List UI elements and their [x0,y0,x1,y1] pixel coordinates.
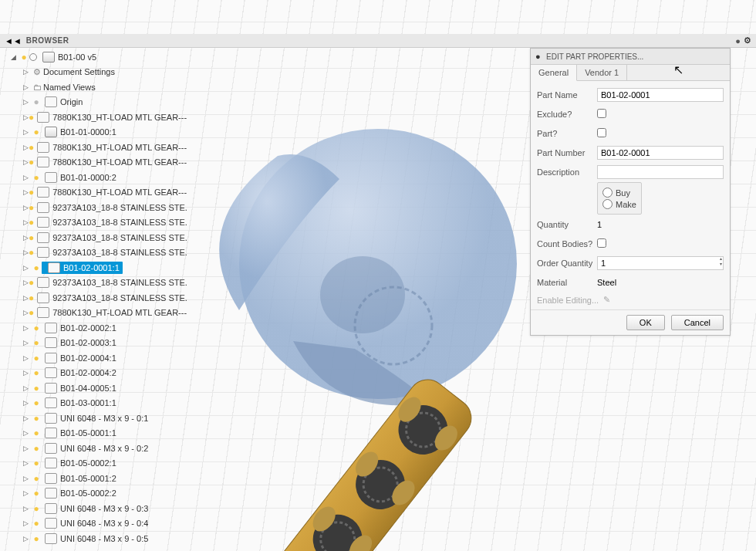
visibility-icon[interactable]: ● [31,172,42,183]
visibility-icon[interactable]: ● [29,307,34,318]
tree-row[interactable]: ▷●92373A103_18-8 STAINLESS STE... [0,215,187,231]
tree-row[interactable]: ▷●7880K130_HT-LOAD MTL GEAR---2... [0,185,187,201]
tree-row[interactable]: ▷●7880K130_HT-LOAD MTL GEAR---2... [0,140,187,155]
buy-radio-row[interactable]: Buy [602,188,636,198]
expand-arrow-icon[interactable]: ▷ [23,429,31,437]
expand-arrow-icon[interactable]: ▷ [23,489,31,497]
tree-row[interactable]: ▷●B01-02-0002:1 [0,320,187,336]
make-radio[interactable] [602,199,613,209]
tree-row[interactable]: ▷●B01-05-0001:2 [0,471,187,486]
browser-settings-icon[interactable]: ⚙ [744,35,751,46]
expand-arrow-icon[interactable]: ▷ [23,279,29,286]
visibility-icon[interactable]: ● [29,142,34,153]
tree-row[interactable]: ▷⚙Document Settings [0,65,187,80]
expand-arrow-icon[interactable]: ▷ [23,218,29,226]
expand-arrow-icon[interactable]: ▷ [23,384,31,392]
visibility-icon[interactable]: ● [31,428,42,438]
tree-row[interactable]: ▷●92373A103_18-8 STAINLESS STE... [0,290,187,306]
expand-arrow-icon[interactable]: ▷ [23,445,31,452]
tree-row[interactable]: ▷●B01-02-0001:1 [0,260,187,276]
ok-button[interactable]: OK [626,315,665,330]
count-bodies-checkbox[interactable] [597,238,606,248]
part-name-input[interactable] [597,88,724,102]
browser-collapse-icon[interactable]: ◄◄ [5,36,22,46]
expand-arrow-icon[interactable]: ▷ [23,188,29,196]
tree-row[interactable]: ▷●92373A103_18-8 STAINLESS STE... [0,276,187,291]
props-titlebar[interactable]: ● EDIT PART PROPERTIES... [531,49,730,65]
panel-menu-icon[interactable]: ● [535,52,543,61]
visibility-icon[interactable]: ● [31,262,42,273]
tree-row[interactable]: ▷●UNI 6048 - M3 x 9 - 0:1 [0,411,187,426]
expand-arrow-icon[interactable]: ▷ [23,505,31,512]
tree-row[interactable]: ▷●B01-01-0000:2 [0,170,187,185]
expand-arrow-icon[interactable]: ▷ [23,459,31,467]
tab-general[interactable]: General [531,65,577,81]
part-number-input[interactable] [597,146,724,160]
tree-row[interactable]: ▷●7880K130_HT-LOAD MTL GEAR---2... [0,306,187,321]
description-input[interactable] [597,165,724,179]
expand-arrow-icon[interactable]: ▷ [23,204,29,211]
expand-arrow-icon[interactable]: ▷ [23,339,31,346]
tree-row[interactable]: ▷●UNI 6048 - M3 x 9 - 0:2 [0,441,187,456]
tree-row[interactable]: ▷●B01-05-0002:1 [0,456,187,472]
tree-row[interactable]: ▷●7880K130_HT-LOAD MTL GEAR---2... [0,155,187,171]
expand-arrow-icon[interactable]: ▷ [23,414,31,422]
tree-row[interactable]: ▷●B01-02-0004:2 [0,366,187,381]
expand-arrow-icon[interactable]: ▷ [23,309,29,316]
tree-row[interactable]: ▷●B01-03-0001:1 [0,396,187,411]
expand-arrow-icon[interactable]: ▷ [23,354,31,362]
tree-row[interactable]: ▷●7880K130_HT-LOAD MTL GEAR---2... [0,110,187,125]
visibility-icon[interactable]: ● [29,292,34,303]
activate-radio-icon[interactable] [29,53,37,61]
visibility-icon[interactable]: ● [29,112,34,123]
tree-row[interactable]: ▷●B01-01-0000:1 [0,125,187,140]
expand-arrow-icon[interactable]: ▷ [23,369,31,377]
visibility-icon[interactable]: ● [31,323,42,333]
visibility-icon[interactable]: ● [31,96,42,107]
expand-arrow-icon[interactable]: ▷ [23,519,31,527]
expand-arrow-icon[interactable]: ◢ [11,53,19,61]
tree-row[interactable]: ▷●UNI 6048 - M3 x 9 - 0:3 [0,501,187,516]
expand-arrow-icon[interactable]: ▷ [23,475,31,482]
visibility-icon[interactable]: ● [31,533,42,544]
part-checkbox[interactable] [597,128,606,137]
visibility-icon[interactable]: ● [29,232,34,243]
expand-arrow-icon[interactable]: ▷ [23,234,29,242]
tree-row[interactable]: ▷●UNI 6048 - M3 x 9 - 0:5 [0,531,187,546]
visibility-icon[interactable]: ● [31,367,42,378]
expand-arrow-icon[interactable]: ▷ [23,128,31,136]
tree-row[interactable]: ▷●UNI 6048 - M3 x 9 - 0:4 [0,516,187,532]
tree-row[interactable]: ▷●B01-02-0004:1 [0,350,187,366]
order-qty-input[interactable] [597,256,724,270]
tree-row[interactable]: ▷●Origin [0,95,187,110]
tree-row[interactable]: ▷●B01-05-0001:1 [0,426,187,441]
expand-arrow-icon[interactable]: ▷ [23,98,31,106]
visibility-icon[interactable]: ● [29,217,34,228]
visibility-icon[interactable]: ● [31,353,42,363]
visibility-icon[interactable]: ● [31,397,42,408]
visibility-icon[interactable]: ● [29,277,34,288]
visibility-icon[interactable]: ● [29,187,34,198]
tree-row[interactable]: ▷●B01-02-0003:1 [0,336,187,351]
expand-arrow-icon[interactable]: ▷ [23,535,31,543]
buy-radio[interactable] [602,188,613,198]
tree-row[interactable]: ▷●B01-05-0002:2 [0,486,187,502]
expand-arrow-icon[interactable]: ▷ [23,264,31,272]
visibility-icon[interactable]: ● [31,337,42,348]
visibility-icon[interactable]: ● [29,157,34,167]
visibility-icon[interactable]: ● [29,202,34,213]
visibility-icon[interactable]: ● [31,127,42,137]
expand-arrow-icon[interactable]: ▷ [23,399,31,407]
visibility-icon[interactable]: ● [31,473,42,484]
expand-arrow-icon[interactable]: ▷ [23,158,29,166]
tree-row[interactable]: ▷●92373A103_18-8 STAINLESS STE... [0,245,187,261]
visibility-icon[interactable]: ● [31,518,42,529]
browser-bullet-icon[interactable]: ● [735,36,741,46]
expand-arrow-icon[interactable]: ▷ [23,174,31,181]
expand-arrow-icon[interactable]: ▷ [23,113,29,121]
visibility-icon[interactable]: ● [31,413,42,424]
cancel-button[interactable]: Cancel [671,315,724,330]
expand-arrow-icon[interactable]: ▷ [23,248,29,256]
enable-editing-link[interactable]: Enable Editing... ✎ [537,295,724,305]
make-radio-row[interactable]: Make [602,199,636,209]
